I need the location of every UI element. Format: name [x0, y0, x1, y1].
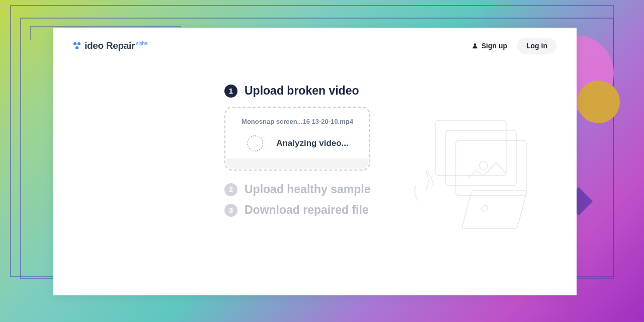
step-3-badge: 3: [224, 204, 237, 217]
nav-right: Sign up Log in: [471, 38, 556, 54]
decorative-illustration: [395, 100, 567, 241]
user-icon: [471, 42, 478, 49]
uploaded-filename: Monosnap screen...16 13-20-10.mp4: [239, 118, 355, 125]
step-1-header: 1 Upload broken video: [224, 84, 416, 98]
progress-bar: [226, 158, 368, 169]
svg-rect-2: [456, 140, 526, 196]
step-2-title: Upload healthy sample: [245, 183, 371, 196]
logo-text: ideo Repairalpha: [85, 40, 147, 51]
signup-label: Sign up: [481, 42, 507, 50]
svg-rect-4: [436, 120, 506, 176]
logo-icon: [73, 41, 83, 50]
upload-dropzone[interactable]: Monosnap screen...16 13-20-10.mp4 Analyz…: [224, 107, 370, 171]
step-3-title: Download repaired file: [245, 203, 369, 217]
step-1-badge: 1: [224, 85, 237, 98]
svg-rect-6: [462, 191, 527, 228]
svg-point-7: [481, 205, 489, 211]
spinner-icon: [246, 134, 264, 152]
svg-rect-3: [446, 130, 516, 186]
svg-point-1: [248, 136, 263, 151]
logo[interactable]: ideo Repairalpha: [73, 40, 147, 51]
analyzing-row: Analyzing video...: [239, 134, 355, 158]
step-3-header: 3 Download repaired file: [224, 203, 416, 217]
analyzing-status: Analyzing video...: [276, 138, 349, 148]
header: ideo Repairalpha Sign up Log in: [53, 28, 577, 64]
step-1-title: Upload broken video: [245, 84, 359, 98]
content-area: 1 Upload broken video Monosnap screen...…: [53, 64, 577, 221]
svg-point-5: [479, 162, 488, 170]
main-card: ideo Repairalpha Sign up Log in 1 Upload…: [53, 28, 577, 295]
login-button[interactable]: Log in: [517, 38, 556, 54]
step-2-header: 2 Upload healthy sample: [224, 183, 416, 196]
step-2-badge: 2: [224, 183, 237, 196]
svg-point-0: [473, 43, 476, 46]
steps-container: 1 Upload broken video Monosnap screen...…: [224, 84, 416, 221]
signup-link[interactable]: Sign up: [471, 42, 507, 50]
